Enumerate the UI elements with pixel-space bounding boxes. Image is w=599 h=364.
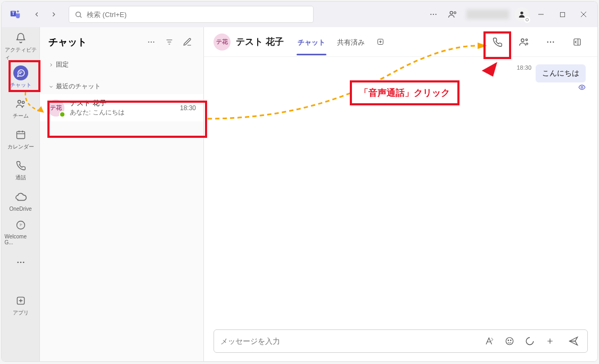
chat-list-header: チャット (40, 27, 203, 57)
maximize-button[interactable] (553, 7, 572, 22)
svg-point-44 (550, 41, 551, 42)
svg-point-48 (581, 86, 583, 88)
svg-point-6 (433, 14, 434, 15)
chat-filter-button[interactable] (162, 35, 177, 49)
svg-point-49 (506, 337, 513, 345)
svg-point-40 (526, 39, 527, 40)
nav-forward-button[interactable] (46, 7, 61, 22)
rail-calls[interactable]: 通話 (5, 155, 37, 185)
rail-activity-label: アクティビティ (5, 46, 37, 61)
svg-point-5 (430, 14, 431, 15)
tab-shared[interactable]: 共有済み (336, 29, 366, 55)
loop-button[interactable] (522, 334, 537, 349)
message-bubble[interactable]: こんにちは (536, 64, 586, 82)
app-rail: アクティビティ チャット チーム カレンダー 通話 OneDrive (2, 27, 40, 361)
svg-point-24 (17, 262, 19, 263)
chat-more-button[interactable] (144, 35, 159, 49)
teams-logo: T (6, 5, 25, 24)
rail-welcome-label: Welcome G... (5, 234, 37, 245)
chat-list-title: チャット (48, 36, 141, 48)
titlebar: T (2, 2, 597, 27)
svg-point-10 (520, 12, 523, 14)
svg-point-32 (153, 42, 154, 43)
seen-icon (578, 84, 586, 93)
profile-avatar[interactable] (514, 7, 529, 22)
message-composer[interactable] (214, 329, 588, 353)
presence-offline-icon (524, 16, 530, 23)
svg-point-31 (151, 42, 152, 43)
rail-activity[interactable]: アクティビティ (5, 31, 37, 61)
svg-rect-12 (560, 12, 564, 16)
rail-chat-label: チャット (10, 81, 31, 89)
attach-button[interactable] (543, 334, 557, 349)
more-button[interactable] (425, 6, 442, 23)
section-pinned-label: 固定 (56, 60, 69, 69)
svg-point-43 (547, 41, 548, 42)
rail-onedrive-label: OneDrive (9, 206, 31, 212)
conv-more-button[interactable] (540, 31, 561, 53)
svg-point-45 (553, 41, 554, 42)
popout-button[interactable] (567, 31, 588, 53)
svg-point-8 (450, 11, 453, 14)
section-recent[interactable]: 最近のチャット (40, 79, 203, 94)
rail-onedrive[interactable]: OneDrive (5, 186, 37, 216)
svg-point-17 (18, 101, 21, 104)
svg-point-7 (436, 14, 437, 15)
close-button[interactable] (574, 7, 593, 22)
chat-item-name: テスト 花子 (70, 98, 175, 108)
rail-welcome[interactable]: Welcome G... (5, 217, 37, 246)
chevron-down-icon (48, 84, 54, 89)
rail-apps[interactable]: アプリ (5, 290, 37, 320)
format-button[interactable] (482, 334, 497, 349)
conversation-body: 18:30 こんにちは (204, 57, 597, 325)
section-recent-label: 最近のチャット (56, 82, 101, 91)
minimize-button[interactable] (531, 7, 551, 22)
message-row: 18:30 こんにちは (216, 64, 586, 93)
emoji-button[interactable] (502, 334, 517, 349)
rail-teams[interactable]: チーム (5, 93, 37, 123)
svg-point-26 (22, 262, 24, 263)
rail-calendar[interactable]: カレンダー (5, 124, 37, 154)
presence-available-icon (59, 111, 65, 118)
svg-rect-19 (17, 131, 24, 138)
nav-back-button[interactable] (29, 7, 44, 22)
svg-point-25 (20, 262, 21, 263)
avatar-initials: テ花 (216, 38, 228, 46)
new-chat-button[interactable] (180, 35, 195, 49)
conv-title: テスト 花子 (236, 36, 284, 48)
chat-list-item[interactable]: テ花 テスト 花子 あなた: こんにちは 18:30 (40, 94, 203, 121)
conversation-panel: テ花 テスト 花子 チャット 共有済み 18:30 (204, 27, 597, 361)
chat-item-preview: あなた: こんにちは (70, 108, 175, 117)
svg-point-50 (508, 340, 509, 341)
add-people-button[interactable] (513, 31, 535, 53)
conversation-header: テ花 テスト 花子 チャット 共有済み (204, 27, 597, 57)
rail-chat[interactable]: チャット (5, 62, 37, 92)
composer-input[interactable] (220, 337, 477, 345)
rail-teams-label: チーム (13, 112, 29, 120)
svg-text:T: T (12, 11, 14, 16)
svg-point-18 (22, 101, 24, 103)
svg-point-30 (148, 42, 149, 43)
chat-list-panel: チャット 固定 最近のチャット テ花 テスト 花子 あなた (40, 27, 204, 361)
search-icon (75, 11, 83, 19)
chat-avatar: テ花 (47, 100, 64, 117)
chat-item-time: 18:30 (180, 104, 196, 112)
people-button[interactable] (444, 6, 461, 23)
chevron-right-icon (48, 62, 54, 68)
search-input[interactable] (87, 11, 308, 19)
tab-chat[interactable]: チャット (297, 29, 326, 55)
svg-point-2 (17, 10, 19, 12)
rail-apps-label: アプリ (13, 309, 29, 317)
audio-call-button[interactable] (487, 31, 508, 53)
avatar-initials: テ花 (50, 104, 62, 112)
section-pinned[interactable]: 固定 (40, 57, 203, 72)
tab-add[interactable] (375, 29, 385, 55)
svg-point-9 (454, 12, 456, 14)
message-time: 18:30 (516, 64, 531, 71)
send-button[interactable] (566, 334, 581, 349)
rail-calendar-label: カレンダー (7, 143, 34, 151)
svg-point-39 (521, 39, 524, 42)
conv-avatar: テ花 (214, 34, 231, 51)
rail-more[interactable] (5, 247, 37, 277)
search-box[interactable] (69, 6, 314, 23)
